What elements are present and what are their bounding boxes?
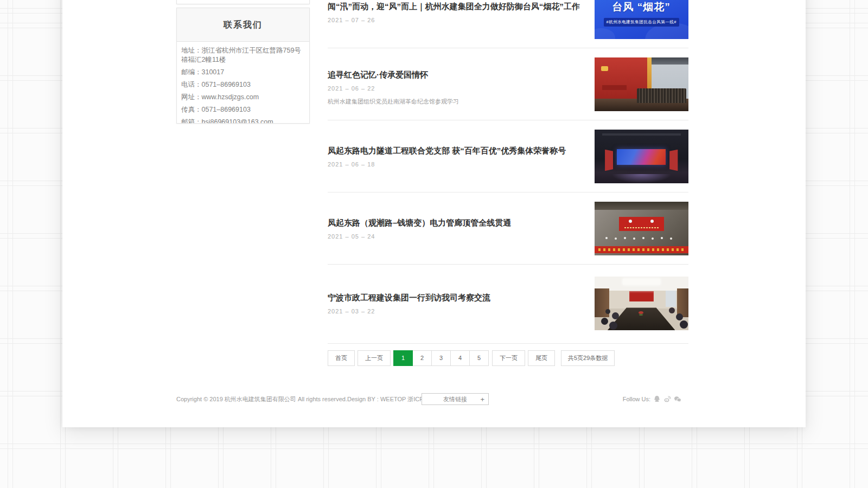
contact-title: 联系我们 [177, 8, 309, 42]
qq-icon[interactable] [653, 395, 661, 403]
pagination-last[interactable]: 尾页 [528, 350, 555, 366]
decor-banner-text-line [624, 227, 659, 228]
pagination: 首页 上一页 1 2 3 4 5 下一页 尾页 共5页29条数据 [328, 350, 688, 366]
follow-us-label: Follow Us: [623, 396, 650, 402]
main-content: 联系我们 地址：浙江省杭州市江干区红普路759号禧福汇2幢11楼 邮编：3100… [62, 0, 806, 427]
contact-value: hsj86969103@163.com [202, 118, 273, 124]
decor-circle [595, 28, 615, 39]
decor-placard [602, 85, 627, 90]
decor-worker-helmets [605, 237, 608, 239]
decor-led-screen [617, 149, 666, 165]
contact-row-fax: 传真：0571–86969103 [181, 105, 305, 114]
decor-logo-dot [650, 220, 654, 223]
decor-ribbon-text [597, 248, 686, 251]
follow-us: Follow Us: [623, 395, 681, 403]
friendly-links-toggle[interactable]: 友情链接 + [422, 393, 489, 405]
contact-label: 地址： [181, 47, 202, 54]
pagination-page-3[interactable]: 3 [431, 350, 451, 366]
decor-logo-dot [629, 220, 632, 223]
contact-label: 邮箱： [181, 118, 202, 124]
news-title[interactable]: 凤起东路电力隧道工程联合党支部 获“百年百优”优秀集体荣誉称号 [328, 146, 580, 156]
news-thumbnail-memorial[interactable] [595, 57, 688, 111]
footer: Copyright © 2019 杭州水电建筑集团有限公司 All rights… [176, 393, 681, 405]
contact-row-phone: 电话：0571–86969103 [181, 80, 305, 89]
wechat-icon[interactable] [674, 395, 681, 403]
typhoon-banner-headline: 台风 “烟花” [595, 0, 688, 14]
contact-value: www.hzsdjzgs.com [202, 93, 259, 101]
decor-floor-glow [611, 174, 672, 183]
typhoon-banner-tag: #杭州水电建筑集团抗击台风第一线# [604, 18, 679, 27]
decor-red-banner [619, 217, 664, 232]
news-thumbnail-meeting[interactable] [595, 277, 688, 330]
decor-red-ribbon [595, 246, 688, 253]
contact-value: 310017 [202, 68, 225, 76]
decor-crowd [637, 88, 687, 103]
decor-tunnel-roof [595, 202, 688, 210]
contact-row-email: 邮箱：hsj86969103@163.com [181, 118, 305, 124]
decor-ceiling-light [623, 279, 660, 285]
news-date: 2021 – 05 – 24 [328, 233, 580, 240]
contact-row-website: 网址：www.hzsdjzgs.com [181, 93, 305, 102]
contact-box: 联系我们 地址：浙江省杭州市江干区红普路759号禧福汇2幢11楼 邮编：3100… [176, 8, 310, 124]
decor-pillar [669, 150, 680, 171]
news-text: 宁波市政工程建设集团一行到访我司考察交流 2021 – 03 – 22 [328, 293, 580, 314]
news-summary: 杭州水建集团组织党员赴南湖革命纪念馆参观学习 [328, 98, 580, 106]
contact-body: 地址：浙江省杭州市江干区红普路759号禧福汇2幢11楼 邮编：310017 电话… [177, 42, 309, 124]
news-item[interactable]: 宁波市政工程建设集团一行到访我司考察交流 2021 – 03 – 22 [328, 265, 688, 344]
news-thumbnail-award-stage[interactable] [595, 130, 688, 183]
news-item[interactable]: 追寻红色记忆·传承爱国情怀 2021 – 06 – 22 杭州水建集团组织党员赴… [328, 48, 688, 120]
news-title[interactable]: 凤起东路（观潮路–钱塘变）电力管廊顶管全线贯通 [328, 218, 580, 228]
contact-row-address: 地址：浙江省杭州市江干区红普路759号禧福汇2幢11楼 [181, 46, 305, 65]
contact-value: 0571–86969103 [202, 106, 251, 113]
contact-label: 传真： [181, 106, 202, 113]
pagination-page-5[interactable]: 5 [469, 350, 489, 366]
contact-label: 电话： [181, 81, 202, 88]
news-date: 2021 – 06 – 22 [328, 85, 580, 92]
plus-icon: + [480, 396, 484, 403]
contact-value: 0571–86969103 [202, 81, 251, 88]
decor-people [605, 309, 610, 314]
news-text: 闻“汛”而动，迎“风”而上｜杭州水建集团全力做好防御台风“烟花”工作 2021 … [328, 2, 580, 23]
decor-red-screen [629, 291, 654, 301]
pagination-prev[interactable]: 上一页 [358, 350, 391, 366]
page-container: 联系我们 地址：浙江省杭州市江干区红普路759号禧福汇2幢11楼 邮编：3100… [176, 0, 681, 366]
news-item[interactable]: 凤起东路电力隧道工程联合党支部 获“百年百优”优秀集体荣誉称号 2021 – 0… [328, 120, 688, 192]
news-title[interactable]: 闻“汛”而动，迎“风”而上｜杭州水建集团全力做好防御台风“烟花”工作 [328, 2, 580, 12]
decor-emblem [601, 66, 608, 71]
news-date: 2021 – 03 – 22 [328, 308, 580, 314]
sidebar-box-partial [176, 0, 310, 4]
news-item[interactable]: 台风 “烟花” #杭州水电建筑集团抗击台风第一线# 闻“汛”而动，迎“风”而上｜… [328, 0, 688, 48]
news-thumbnail-tunnel[interactable] [595, 202, 688, 255]
pagination-page-2[interactable]: 2 [412, 350, 432, 366]
contact-label: 网址： [181, 93, 202, 101]
decor-wood-panel [677, 288, 688, 317]
news-thumbnail-typhoon[interactable]: 台风 “烟花” #杭州水电建筑集团抗击台风第一线# [595, 0, 688, 39]
contact-label: 邮编： [181, 68, 202, 76]
sidebar: 联系我们 地址：浙江省杭州市江干区红普路759号禧福汇2幢11楼 邮编：3100… [176, 0, 310, 366]
news-text: 凤起东路（观潮路–钱塘变）电力管廊顶管全线贯通 2021 – 05 – 24 [328, 218, 580, 240]
contact-row-zip: 邮编：310017 [181, 68, 305, 77]
pagination-first[interactable]: 首页 [328, 350, 355, 366]
news-date: 2021 – 06 – 18 [328, 161, 580, 168]
pagination-page-1[interactable]: 1 [393, 350, 413, 366]
pagination-next[interactable]: 下一页 [492, 350, 525, 366]
pagination-page-4[interactable]: 4 [450, 350, 470, 366]
weibo-icon[interactable] [663, 395, 671, 403]
decor-truss [602, 133, 681, 136]
pagination-summary: 共5页29条数据 [561, 350, 615, 366]
news-list: 台风 “烟花” #杭州水电建筑集团抗击台风第一线# 闻“汛”而动，迎“风”而上｜… [328, 0, 688, 366]
news-item[interactable]: 凤起东路（观潮路–钱塘变）电力管廊顶管全线贯通 2021 – 05 – 24 [328, 192, 688, 265]
decor-pillar [603, 150, 613, 171]
news-title[interactable]: 追寻红色记忆·传承爱国情怀 [328, 70, 580, 80]
news-text: 追寻红色记忆·传承爱国情怀 2021 – 06 – 22 杭州水建集团组织党员赴… [328, 70, 580, 106]
decor-window [666, 291, 676, 307]
news-text: 凤起东路电力隧道工程联合党支部 获“百年百优”优秀集体荣誉称号 2021 – 0… [328, 146, 580, 168]
news-title[interactable]: 宁波市政工程建设集团一行到访我司考察交流 [328, 293, 580, 303]
friendly-links-label: 友情链接 [443, 395, 467, 403]
news-date: 2021 – 07 – 26 [328, 17, 580, 23]
